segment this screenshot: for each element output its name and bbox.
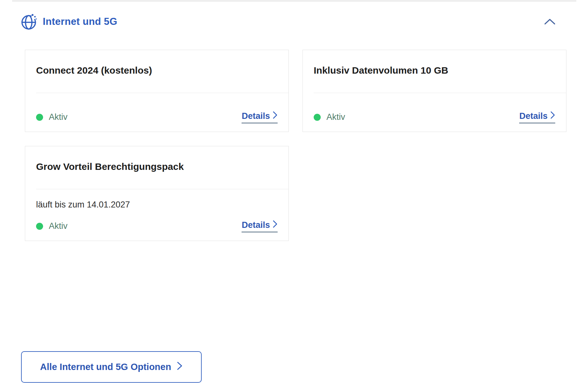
chevron-right-icon xyxy=(177,361,183,373)
globe-icon xyxy=(20,13,39,31)
card-validity-note: läuft bis zum 14.01.2027 xyxy=(36,200,278,210)
details-link[interactable]: Details xyxy=(242,220,278,232)
status-label: Aktiv xyxy=(49,112,68,122)
card-title: Connect 2024 (kostenlos) xyxy=(36,65,278,76)
details-link-label: Details xyxy=(242,220,270,230)
card-status-row: Aktiv Details xyxy=(36,220,278,232)
chevron-right-icon xyxy=(273,220,278,230)
card-title: Grow Vorteil Berechtigungspack xyxy=(36,161,278,172)
option-card-grow-vorteil: Grow Vorteil Berechtigungspack läuft bis… xyxy=(25,146,289,241)
card-status-row: Aktiv Details xyxy=(314,111,555,123)
details-link-label: Details xyxy=(519,111,548,121)
card-title: Inklusiv Datenvolumen 10 GB xyxy=(314,65,555,76)
status-label: Aktiv xyxy=(49,221,68,231)
details-link[interactable]: Details xyxy=(519,111,555,123)
chevron-right-icon xyxy=(273,111,278,121)
internet-5g-section: Internet und 5G Connect 2024 (kostenlos)… xyxy=(0,0,583,392)
option-cards-grid: Connect 2024 (kostenlos) Aktiv Details I… xyxy=(25,50,566,241)
status-label: Aktiv xyxy=(326,112,345,122)
status-dot xyxy=(36,223,43,230)
all-internet-5g-options-label: Alle Internet und 5G Optionen xyxy=(40,362,171,372)
all-internet-5g-options-button[interactable]: Alle Internet und 5G Optionen xyxy=(21,351,202,383)
section-title: Internet und 5G xyxy=(43,16,117,27)
chevron-right-icon xyxy=(550,111,555,121)
option-card-inklusiv-datenvolumen: Inklusiv Datenvolumen 10 GB Aktiv Detail… xyxy=(303,50,566,132)
section-top-divider xyxy=(12,1,576,1)
card-divider xyxy=(36,189,288,189)
details-link-label: Details xyxy=(242,111,270,121)
card-status-row: Aktiv Details xyxy=(36,111,278,123)
section-header: Internet und 5G xyxy=(20,13,557,31)
status-dot xyxy=(36,114,43,121)
collapse-section-button[interactable] xyxy=(542,16,557,27)
chevron-up-icon xyxy=(544,21,556,26)
status-dot xyxy=(314,114,321,121)
option-card-connect-2024: Connect 2024 (kostenlos) Aktiv Details xyxy=(25,50,289,132)
card-divider xyxy=(314,93,566,93)
card-divider xyxy=(36,93,288,93)
details-link[interactable]: Details xyxy=(242,111,278,123)
